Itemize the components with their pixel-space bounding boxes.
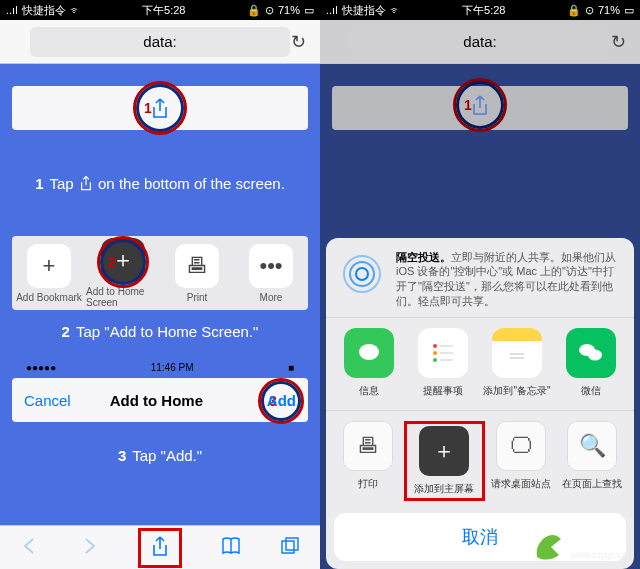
url-field[interactable]: data: [30, 27, 290, 57]
lock-icon: 🔒 [567, 4, 581, 17]
mini-battery-icon: ■ [288, 362, 294, 373]
mini-carrier: ●●●●● [26, 362, 56, 373]
add-home-bar: ●●●●● 11:46 PM ■ Cancel Add to Home 3 Ad… [12, 378, 308, 422]
battery-label: 71% [598, 4, 620, 16]
signal-icon: ..ıl [326, 4, 338, 16]
svg-point-6 [433, 344, 437, 348]
tutorial-panel-dim: 1 隔空投送。立即与附近的人共享。如果他们从 iOS 设备的"控制中心"或 Ma… [320, 64, 640, 569]
desktop-icon: 🖵 [496, 421, 546, 471]
svg-point-15 [588, 350, 602, 361]
phone-left: ..ıl 快捷指令 ᯤ 下午5:28 🔒 ⊙ 71% ▭ data: ↻ 1 [0, 0, 320, 569]
actions-row: 🖶打印 ＋添加到主屏幕 🖵请求桌面站点 🔍在页面上查找 [326, 411, 634, 513]
step1-text: 1Tap on the bottom of the screen. [0, 174, 320, 194]
share-more[interactable]: •••More [234, 244, 308, 303]
action-find[interactable]: 🔍在页面上查找 [557, 421, 629, 501]
reload-icon: ↻ [611, 31, 626, 53]
tabs-icon[interactable] [279, 535, 301, 561]
svg-point-5 [359, 344, 379, 360]
svg-point-8 [433, 358, 437, 362]
wifi-icon: ᯤ [70, 4, 81, 16]
step2-text: 2Tap "Add to Home Screen." [0, 322, 320, 342]
watermark: 铲子手游网 www.czjxjc.com [531, 529, 634, 565]
alarm-icon: ⊙ [265, 4, 274, 17]
printer-icon: 🖶 [343, 421, 393, 471]
share-add-home[interactable]: 2 ＋Add to Home Screen [86, 238, 160, 308]
app-messages[interactable]: 信息 [332, 328, 406, 398]
share-highlight: 1 [133, 81, 187, 135]
search-icon: 🔍 [567, 421, 617, 471]
action-print[interactable]: 🖶打印 [332, 421, 404, 501]
status-bar: ..ıl 快捷指令 ᯤ 下午5:28 🔒 ⊙ 71% ▭ [320, 0, 640, 20]
cancel-button[interactable]: Cancel [24, 392, 71, 409]
svg-point-2 [356, 268, 368, 280]
app-reminders[interactable]: 提醒事项 [406, 328, 480, 398]
airdrop-section[interactable]: 隔空投送。立即与附近的人共享。如果他们从 iOS 设备的"控制中心"或 Mac … [326, 238, 634, 318]
share-highlight: 1 [453, 78, 507, 132]
step3-text: 3Tap "Add." [0, 446, 320, 466]
share-sheet: 隔空投送。立即与附近的人共享。如果他们从 iOS 设备的"控制中心"或 Mac … [326, 238, 634, 569]
forward-icon [78, 535, 100, 561]
add-home-title: Add to Home [110, 392, 203, 409]
svg-point-3 [350, 262, 374, 286]
share-print[interactable]: 🖶Print [160, 244, 234, 303]
svg-point-7 [433, 351, 437, 355]
share-button[interactable] [138, 528, 182, 568]
apps-row: 信息 提醒事项 添加到"备忘录" 微信 [326, 318, 634, 411]
battery-icon: ▭ [624, 4, 634, 17]
status-time: 下午5:28 [462, 3, 505, 18]
bookmarks-icon[interactable] [220, 535, 242, 561]
action-desktop[interactable]: 🖵请求桌面站点 [485, 421, 557, 501]
bottom-toolbar [0, 525, 320, 569]
add-button[interactable]: Add [267, 392, 296, 409]
phone-right: ..ıl 快捷指令 ᯤ 下午5:28 🔒 ⊙ 71% ▭ data: ↻ 1 [320, 0, 640, 569]
plus-icon: ＋ [419, 426, 469, 476]
share-bookmark[interactable]: +Add Bookmark [12, 244, 86, 303]
reload-icon[interactable]: ↻ [291, 31, 306, 53]
back-icon [19, 535, 41, 561]
airdrop-icon [338, 250, 386, 298]
status-time: 下午5:28 [142, 3, 185, 18]
app-notes[interactable]: 添加到"备忘录" [480, 328, 554, 398]
url-field: data: [350, 27, 610, 57]
action-add-home[interactable]: ＋添加到主屏幕 [404, 421, 486, 501]
app-wechat[interactable]: 微信 [554, 328, 628, 398]
lock-icon: 🔒 [247, 4, 261, 17]
alarm-icon: ⊙ [585, 4, 594, 17]
wifi-icon: ᯤ [390, 4, 401, 16]
mini-time: 11:46 PM [151, 362, 194, 373]
carrier-label: 快捷指令 [342, 3, 386, 18]
mini-toolbar: 1 [12, 86, 308, 130]
mini-toolbar: 1 [332, 86, 628, 130]
url-bar: data: ↻ [320, 20, 640, 64]
share-icon [78, 175, 94, 191]
tutorial-panel: 1 1Tap on the bottom of the screen. +Add… [0, 64, 320, 525]
share-row: +Add Bookmark 2 ＋Add to Home Screen 🖶Pri… [12, 236, 308, 310]
battery-label: 71% [278, 4, 300, 16]
watermark-logo-icon [531, 529, 567, 565]
status-bar: ..ıl 快捷指令 ᯤ 下午5:28 🔒 ⊙ 71% ▭ [0, 0, 320, 20]
signal-icon: ..ıl [6, 4, 18, 16]
carrier-label: 快捷指令 [22, 3, 66, 18]
url-bar: data: ↻ [0, 20, 320, 64]
battery-icon: ▭ [304, 4, 314, 17]
